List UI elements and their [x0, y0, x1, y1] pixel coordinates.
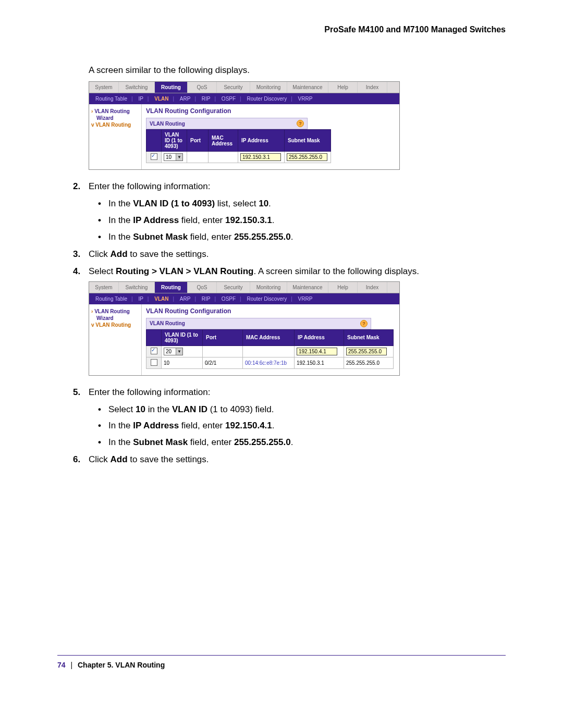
tab-help[interactable]: Help — [328, 82, 358, 93]
tab-switching[interactable]: Switching — [119, 82, 155, 93]
row-checkbox[interactable] — [151, 359, 157, 366]
panel-title: VLAN Routing Configuration — [146, 107, 395, 115]
sub-ip[interactable]: IP — [136, 296, 145, 302]
tab-qos[interactable]: QoS — [188, 282, 217, 293]
help-icon[interactable]: ? — [297, 120, 304, 127]
tab-index[interactable]: Index — [358, 82, 387, 93]
tab-security[interactable]: Security — [217, 282, 250, 293]
sidebar-vlan-routing-wizard[interactable]: › VLAN Routing — [91, 307, 139, 315]
col-vlan-id: VLAN ID (1 to 4093) — [162, 329, 203, 346]
col-ip: IP Address — [295, 329, 344, 346]
tab-system[interactable]: System — [89, 82, 119, 93]
step-5: 5. Enter the following information: Sele… — [73, 385, 506, 451]
panel-bar-label: VLAN Routing — [150, 320, 185, 326]
bullet: In the Subnet Mask field, enter 255.255.… — [98, 230, 506, 245]
table-row: 20 ▼ 192.150.4.1 255.255.255.0 — [146, 346, 394, 357]
vlan-table-2: VLAN ID (1 to 4093) Port MAC Address IP … — [146, 329, 394, 369]
cell-port: 0/2/1 — [203, 357, 243, 368]
bullet: In the IP Address field, enter 192.150.3… — [98, 213, 506, 228]
col-mac: MAC Address — [209, 130, 238, 152]
table-row: 10 0/2/1 00:14:6c:e8:7e:1b 192.150.3.1 2… — [146, 357, 394, 368]
cell-ip: 192.150.3.1 — [295, 357, 344, 368]
tab-security[interactable]: Security — [217, 82, 250, 93]
sub-arp[interactable]: ARP — [178, 296, 193, 302]
tab-switching[interactable]: Switching — [119, 282, 155, 293]
sub-arp[interactable]: ARP — [178, 96, 193, 102]
col-mask: Subnet Mask — [285, 130, 331, 152]
col-port: Port — [203, 329, 243, 346]
help-icon[interactable]: ? — [360, 320, 368, 327]
sidebar-vlan-routing[interactable]: v VLAN Routing — [91, 121, 139, 129]
step-2: 2. Enter the following information: In t… — [73, 179, 506, 245]
sidebar: › VLAN Routing Wizard v VLAN Routing — [89, 104, 142, 169]
submenu: Routing Table| IP| VLAN| ARP| RIP| OSPF|… — [89, 93, 399, 104]
chapter-title: Chapter 5. VLAN Routing — [78, 661, 165, 669]
top-tabs: System Switching Routing QoS Security Mo… — [89, 82, 399, 93]
panel-bar-label: VLAN Routing — [150, 121, 185, 127]
bullet: In the Subnet Mask field, enter 255.255.… — [98, 435, 506, 450]
page-header: ProSafe M4100 and M7100 Managed Switches — [57, 25, 506, 34]
step-3: 3. Click Add to save the settings. — [73, 247, 506, 262]
vlan-id-dropdown[interactable]: 20 ▼ — [164, 348, 183, 355]
sub-rip[interactable]: RIP — [200, 96, 213, 102]
vlan-table-1: VLAN ID (1 to 4093) Port MAC Address IP … — [146, 129, 331, 163]
row-checkbox[interactable] — [151, 153, 157, 160]
panel-bar: VLAN Routing ? — [146, 118, 308, 129]
tab-help[interactable]: Help — [328, 282, 358, 293]
sub-rip[interactable]: RIP — [200, 296, 213, 302]
sub-vlan[interactable]: VLAN — [152, 96, 170, 102]
chevron-down-icon: ▼ — [176, 154, 182, 161]
sidebar-item-label: VLAN Routing — [94, 108, 130, 114]
subnet-mask-input[interactable]: 255.255.255.0 — [346, 348, 387, 355]
table-row: 10 ▼ 192.150.3.1 255.255.255.0 — [146, 152, 331, 163]
step-number: 3. — [73, 247, 80, 262]
sidebar: › VLAN Routing Wizard v VLAN Routing — [89, 304, 142, 375]
cell-vlan-id: 10 — [162, 357, 203, 368]
top-tabs: System Switching Routing QoS Security Mo… — [89, 282, 399, 293]
sub-routing-table[interactable]: Routing Table — [93, 296, 129, 302]
sub-ip[interactable]: IP — [136, 96, 145, 102]
step-text: Enter the following information: — [89, 387, 210, 397]
bullet: In the VLAN ID (1 to 4093) list, select … — [98, 196, 506, 212]
cell-mask: 255.255.255.0 — [344, 357, 394, 368]
sub-ospf[interactable]: OSPF — [219, 296, 238, 302]
col-mask: Subnet Mask — [344, 329, 394, 346]
sidebar-vlan-routing[interactable]: v VLAN Routing — [91, 321, 139, 329]
col-mac: MAC Address — [243, 329, 295, 346]
step-number: 2. — [73, 179, 80, 194]
tab-monitoring[interactable]: Monitoring — [250, 82, 287, 93]
step-4: 4. Select Routing > VLAN > VLAN Routing.… — [73, 264, 506, 279]
tab-routing[interactable]: Routing — [155, 282, 188, 293]
sub-vrrp[interactable]: VRRP — [296, 296, 315, 302]
sidebar-item-label: VLAN Routing — [95, 322, 131, 328]
sub-router-discovery[interactable]: Router Discovery — [244, 296, 289, 302]
tab-maintenance[interactable]: Maintenance — [287, 282, 328, 293]
cell-mac: 00:14:6c:e8:7e:1b — [243, 357, 295, 368]
row-checkbox[interactable] — [151, 348, 157, 354]
step-number: 4. — [73, 264, 80, 279]
tab-index[interactable]: Index — [358, 282, 387, 293]
ip-address-input[interactable]: 192.150.3.1 — [240, 153, 281, 161]
ip-address-input[interactable]: 192.150.4.1 — [297, 348, 337, 355]
sub-vrrp[interactable]: VRRP — [296, 96, 315, 102]
sub-routing-table[interactable]: Routing Table — [93, 96, 129, 102]
tab-monitoring[interactable]: Monitoring — [250, 282, 287, 293]
sub-ospf[interactable]: OSPF — [219, 96, 238, 102]
panel-bar: VLAN Routing ? — [146, 318, 371, 329]
tab-system[interactable]: System — [89, 282, 119, 293]
col-port: Port — [187, 130, 209, 152]
sub-vlan[interactable]: VLAN — [152, 296, 170, 302]
dropdown-value: 20 — [164, 349, 176, 354]
subnet-mask-input[interactable]: 255.255.255.0 — [287, 153, 327, 161]
tab-maintenance[interactable]: Maintenance — [287, 82, 328, 93]
sidebar-item-label: VLAN Routing — [94, 309, 130, 314]
step-text: Enter the following information: — [89, 181, 210, 191]
tab-routing[interactable]: Routing — [155, 82, 188, 93]
bullet: Select 10 in the VLAN ID (1 to 4093) fie… — [98, 402, 506, 417]
dropdown-value: 10 — [164, 154, 176, 160]
tab-qos[interactable]: QoS — [188, 82, 217, 93]
sidebar-vlan-routing-wizard[interactable]: › VLAN Routing — [91, 107, 139, 115]
sub-router-discovery[interactable]: Router Discovery — [244, 96, 289, 102]
vlan-id-dropdown[interactable]: 10 ▼ — [164, 153, 183, 161]
step-number: 6. — [73, 452, 80, 467]
